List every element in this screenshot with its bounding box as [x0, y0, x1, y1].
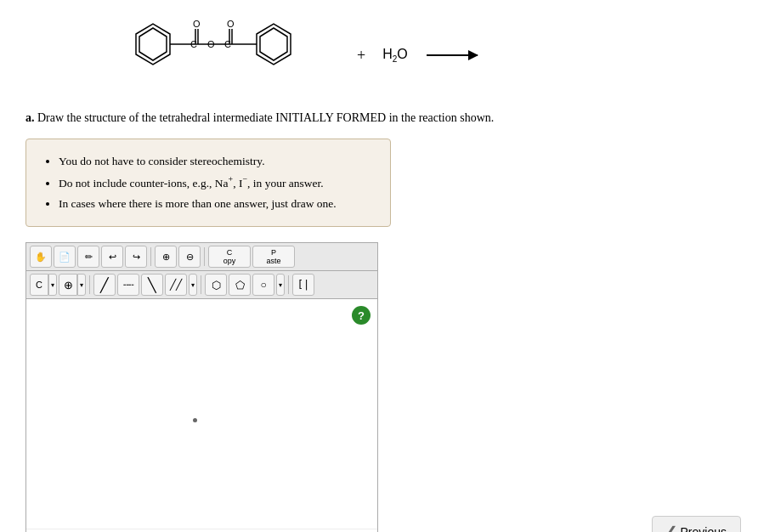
toolbar-row2: C ▾ ⊕ ▾ ╱ ╌╌ ╲ ╱╱ ▾ ⬡ ⬠ ○: [26, 271, 377, 299]
zoom-out-button[interactable]: ⊖: [178, 246, 201, 268]
reaction-arrow: [427, 54, 478, 56]
drawing-canvas[interactable]: ?: [26, 299, 377, 529]
svg-marker-1: [139, 28, 167, 60]
bold-bond-button[interactable]: ╲: [141, 274, 163, 296]
plus-sign: +: [357, 47, 365, 65]
previous-button[interactable]: ❮ Previous: [652, 516, 741, 532]
toolbar-separator-2: [204, 247, 205, 266]
chemdoodle-credit: ChemDoodle®: [26, 529, 377, 532]
help-icon-button[interactable]: ?: [352, 306, 371, 325]
svg-text:C: C: [190, 39, 197, 49]
ring-tool-group: ⊕ ▾: [59, 274, 86, 296]
toolbar-separator-3: [89, 275, 90, 294]
previous-label: Previous: [681, 525, 727, 532]
toolbar-row1: ✋ 📄 ✏ ↩ ↪ ⊕ ⊖ Copy Pa: [26, 243, 377, 271]
question-label: a.: [25, 111, 35, 124]
dashed-bond-button[interactable]: ╌╌: [117, 274, 139, 296]
bracket-tool-button[interactable]: [|: [292, 274, 314, 296]
chemdoodle-widget: ✋ 📄 ✏ ↩ ↪ ⊕ ⊖ Copy Pa: [25, 242, 378, 532]
hexagon-tool-button[interactable]: ⬡: [205, 274, 227, 296]
svg-marker-17: [260, 28, 287, 60]
toolbar-separator-4: [201, 275, 201, 294]
carbon-tool-button[interactable]: C: [30, 274, 48, 296]
bond-dropdown-button[interactable]: ▾: [189, 274, 197, 296]
svg-text:O: O: [227, 19, 235, 29]
ring-dropdown-button[interactable]: ▾: [77, 274, 86, 296]
svg-marker-16: [257, 24, 291, 65]
redo-button[interactable]: ↪: [125, 246, 147, 268]
reaction-diagram: C O O C O + H2O: [76, 17, 733, 93]
chevron-left-icon: ❮: [666, 524, 677, 532]
h2o-label: H2O: [382, 47, 408, 64]
question-body: Draw the structure of the tetrahedral in…: [37, 111, 494, 124]
double-bond-button[interactable]: ╱╱: [165, 274, 187, 296]
hand-tool-button[interactable]: ✋: [30, 246, 52, 268]
new-button[interactable]: 📄: [54, 246, 76, 268]
dot-marker: [193, 418, 197, 422]
carbon-tool-group: C ▾: [30, 274, 57, 296]
ring-tool-button[interactable]: ⊕: [59, 274, 77, 296]
info-box: You do not have to consider stereochemis…: [25, 139, 391, 227]
circle-tool-button[interactable]: ○: [252, 274, 274, 296]
svg-text:C: C: [224, 39, 231, 49]
carbon-dropdown-button[interactable]: ▾: [48, 274, 57, 296]
info-item-1: You do not have to consider stereochemis…: [59, 151, 375, 172]
pentagon-tool-button[interactable]: ⬠: [229, 274, 251, 296]
svg-text:O: O: [207, 39, 215, 49]
info-item-2: Do not include counter-ions, e.g., Na+, …: [59, 172, 375, 194]
toolbar-separator-1: [150, 247, 151, 266]
question-text: a. Draw the structure of the tetrahedral…: [25, 109, 733, 127]
copy-button[interactable]: Copy: [208, 246, 251, 268]
paste-button[interactable]: Paste: [252, 246, 295, 268]
info-item-3: In cases where there is more than one an…: [59, 194, 375, 214]
shape-dropdown-button[interactable]: ▾: [276, 274, 285, 296]
single-bond-button[interactable]: ╱: [93, 274, 116, 296]
page-wrapper: C O O C O + H2O a.: [0, 0, 758, 532]
toolbar-separator-5: [288, 275, 289, 294]
svg-marker-0: [136, 24, 170, 65]
zoom-in-button[interactable]: ⊕: [155, 246, 177, 268]
info-list: You do not have to consider stereochemis…: [42, 151, 375, 214]
eraser-button[interactable]: ✏: [77, 246, 99, 268]
undo-button[interactable]: ↩: [101, 246, 123, 268]
svg-text:O: O: [193, 19, 201, 29]
reaction-svg: C O O C O: [76, 17, 340, 93]
